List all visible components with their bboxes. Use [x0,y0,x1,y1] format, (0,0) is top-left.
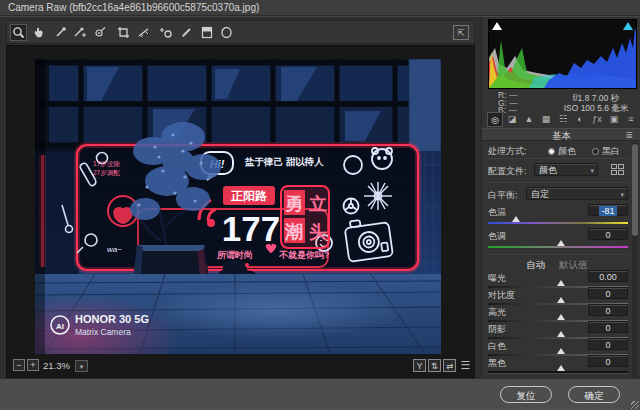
crop-tool-icon[interactable] [115,24,132,41]
copy-settings-button[interactable]: ⇄ [443,359,456,372]
chevron-down-icon: ▾ [620,189,624,201]
chevron-down-icon: ▾ [590,165,594,177]
contrast-label: 对比度 [488,290,515,300]
white-balance-label: 白平衡: [488,190,518,200]
svg-text:潮: 潮 [284,222,303,242]
tab-detail-icon[interactable]: ▲ [521,112,537,127]
svg-text:勇: 勇 [284,194,303,214]
blacks-slider-thumb[interactable] [557,365,565,371]
toolbar: ⇱ [6,20,475,44]
white-balance-tool-icon[interactable] [52,24,69,41]
shadows-label: 阴影 [488,324,506,334]
svg-text:头: 头 [309,222,327,242]
profile-select[interactable]: 颜色▾ [534,163,598,176]
exposure-label: 曝光 [488,273,506,283]
swap-before-after-button[interactable]: ⇅ [428,359,441,372]
hand-tool-icon[interactable] [30,24,47,41]
radial-filter-tool-icon[interactable] [218,24,235,41]
whites-label: 白色 [488,341,506,351]
contrast-value[interactable]: 0 [588,287,628,299]
tab-effects-icon[interactable]: ƒx [589,112,605,127]
section-title: 基本 [552,130,571,141]
reset-button[interactable]: 复位 [500,386,552,403]
light-pool [145,283,405,339]
default-link[interactable]: 默认值 [559,259,588,270]
white-balance-select[interactable]: 自定▾ [526,187,628,200]
top-slogan-text: 盐于律己 甜以待人 [244,156,324,167]
tab-tone-curve-icon[interactable]: ◪ [504,112,520,127]
panel-menu-icon[interactable]: ≣ [625,129,633,142]
highlights-value[interactable]: 0 [588,304,628,316]
panel-scrollbar[interactable] [632,142,638,378]
temperature-slider-thumb[interactable] [512,216,520,222]
highlights-slider-thumb[interactable] [557,314,565,320]
tint-slider-thumb[interactable] [557,240,565,246]
blacks-value[interactable]: 0 [588,355,628,367]
small-neon-text-2: 27岁调配 [93,169,120,177]
tab-presets-icon[interactable]: ≡ [623,112,639,127]
svg-text:HONOR 30 5G: HONOR 30 5G [75,313,149,325]
basic-panel-content: 处理方式: 颜色 黑白 配置文件: 颜色▾ 白平衡: 自定▾ [482,142,632,378]
radio-off-icon [592,148,599,155]
preview-column: ⇱ [0,17,481,378]
red-eye-tool-icon[interactable] [157,24,174,41]
straighten-tool-icon[interactable] [135,24,152,41]
blacks-slider[interactable] [488,371,628,373]
motto-sign: 勇 立 潮 头 [281,186,329,248]
shadow-clipping-indicator[interactable] [492,22,502,30]
before-after-y-button[interactable]: Y [413,359,426,372]
targeted-adjustment-tool-icon[interactable] [91,24,108,41]
shadows-value[interactable]: 0 [588,321,628,333]
profile-browser-icon[interactable] [611,164,626,177]
svg-text:不就是你吗?: 不就是你吗? [278,250,330,260]
firework-burst-icon [364,182,392,210]
tab-split-toning-icon[interactable]: ☷ [555,112,571,127]
ok-button[interactable]: 确定 [568,386,620,403]
whites-slider-thumb[interactable] [557,348,565,354]
temperature-row: 色温 -81 [488,206,628,219]
settings-panel: R: — G: — B: — f/1.8 7.00 秒 ISO 100 5.6 … [481,17,640,378]
adjustment-brush-tool-icon[interactable] [178,24,195,41]
tab-basic-icon[interactable]: ◎ [487,112,503,127]
svg-text:AI: AI [56,322,64,331]
temperature-value[interactable]: -81 [588,204,628,216]
street-number-text: 177 [222,209,280,248]
tint-value[interactable]: 0 [588,228,628,240]
resize-grip[interactable] [631,401,639,409]
contrast-slider-thumb[interactable] [557,297,565,303]
temperature-slider[interactable] [488,222,628,224]
exposure-slider-thumb[interactable] [557,280,565,286]
process-bw-radio[interactable]: 黑白 [592,145,620,158]
radio-on-icon [548,148,555,155]
exposure-value[interactable]: 0.00 [588,270,628,282]
process-label: 处理方式: [488,146,527,156]
graduated-filter-tool-icon[interactable] [198,24,215,41]
svg-text:立: 立 [308,194,327,214]
exif-info: f/1.8 7.00 秒 ISO 100 5.6 毫米 [554,93,638,113]
tab-hsl-icon[interactable]: ▦ [538,112,554,127]
panel-scrollbar-thumb[interactable] [632,144,638,236]
zoom-out-button[interactable]: − [13,359,25,371]
profile-label: 配置文件: [488,166,527,176]
whites-value[interactable]: 0 [588,338,628,350]
tab-calibration-icon[interactable]: ▣ [606,112,622,127]
auto-link[interactable]: 自动 [526,259,545,270]
section-header: 基本 ≣ [482,128,640,141]
zoom-tool-icon[interactable] [10,24,27,41]
temperature-label: 色温 [488,207,506,217]
shadows-slider-thumb[interactable] [557,331,565,337]
tab-lens-corrections-icon[interactable]: ◐ [572,112,588,127]
highlight-clipping-indicator[interactable] [623,22,633,30]
road-sign-text: 正阳路 [230,189,268,203]
tint-slider[interactable] [488,246,628,248]
zoom-in-button[interactable]: + [27,359,39,371]
footer-bar: 复位 确定 [0,378,640,410]
zoom-level-dropdown[interactable]: ▾ [75,360,88,372]
preview-menu-button[interactable]: ☰ [459,359,472,372]
process-color-radio[interactable]: 颜色 [548,145,576,158]
fullscreen-toggle-icon[interactable]: ⇱ [453,25,469,40]
panel-tabs: ◎ ◪ ▲ ▦ ☷ ◐ ƒx ▣ ≡ [487,112,639,127]
photo-canvas[interactable]: wa~ 17岁没能 27岁调配 Hi! 盐于律己 甜以待人 [35,59,441,354]
svg-text:Matrix Camera: Matrix Camera [75,327,131,337]
color-sampler-tool-icon[interactable] [71,24,88,41]
